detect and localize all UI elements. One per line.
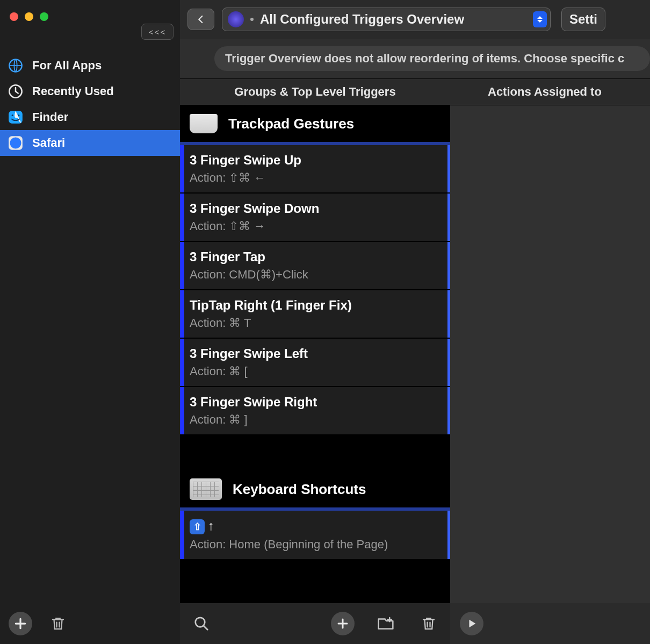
section-separator <box>180 142 450 145</box>
actions-column <box>450 105 650 644</box>
trigger-list-trackpad: 3 Finger Swipe Up Action: ⇧⌘ ← 3 Finger … <box>180 145 450 435</box>
trigger-name: TipTap Right (1 Finger Fix) <box>190 298 442 313</box>
settings-button[interactable]: Setti <box>561 8 605 31</box>
trigger-action: Action: ⇧⌘ → <box>190 219 442 233</box>
add-app-button[interactable] <box>9 612 32 635</box>
trigger-name-suffix: ↑ <box>208 518 214 533</box>
clock-icon <box>8 83 24 99</box>
sidebar-collapse-button[interactable]: <<< <box>141 24 174 40</box>
app-badge-icon <box>228 11 244 27</box>
trigger-action: Action: ⌘ [ <box>190 364 442 378</box>
add-trigger-button[interactable] <box>331 612 355 635</box>
triggers-footer <box>180 603 450 644</box>
trigger-row[interactable]: 3 Finger Swipe Up Action: ⇧⌘ ← <box>180 145 450 192</box>
section-header-keyboard[interactable]: Keyboard Shortcuts <box>180 471 450 507</box>
sidebar-item-label: For All Apps <box>32 59 180 73</box>
trigger-name: 3 Finger Swipe Left <box>190 346 442 361</box>
window-minimize-button[interactable] <box>25 12 33 21</box>
svg-point-3 <box>12 115 13 116</box>
trigger-action: Action: ⌘ ] <box>190 413 442 427</box>
row-accent <box>180 242 184 289</box>
column-header-actions: Actions Assigned to <box>450 79 650 105</box>
section-gap <box>180 435 450 471</box>
toolbar: All Configured Triggers Overview Setti <box>180 0 650 39</box>
sidebar-item-safari[interactable]: Safari <box>0 130 180 156</box>
row-accent <box>180 339 184 386</box>
search-button[interactable] <box>190 612 213 635</box>
dropdown-label: All Configured Triggers Overview <box>260 12 464 27</box>
row-accent <box>180 387 184 434</box>
trigger-row[interactable]: ⇧↑ Action: Home (Beginning of the Page) <box>180 511 450 559</box>
app-window: <<< For All Apps Recently Used Finder <box>0 0 650 644</box>
section-separator <box>180 507 450 511</box>
sidebar-item-label: Recently Used <box>32 84 180 98</box>
trigger-action: Action: ⌘ T <box>190 316 442 330</box>
sidebar-item-for-all-apps[interactable]: For All Apps <box>0 53 180 78</box>
globe-icon <box>8 58 24 74</box>
svg-point-6 <box>10 138 21 149</box>
trigger-name: 3 Finger Swipe Down <box>190 201 442 216</box>
shift-key-badge: ⇧ <box>190 519 205 534</box>
trigger-action: Action: ⇧⌘ ← <box>190 171 442 185</box>
trackpad-icon <box>190 114 218 133</box>
trigger-row[interactable]: 3 Finger Swipe Down Action: ⇧⌘ → <box>180 194 450 241</box>
row-accent <box>180 511 184 559</box>
trigger-view-dropdown[interactable]: All Configured Triggers Overview <box>222 8 551 31</box>
dropdown-stepper-icon[interactable] <box>533 11 547 27</box>
modified-dot-icon <box>250 18 254 21</box>
columns-header: Groups & Top Level Triggers Actions Assi… <box>180 78 650 105</box>
info-banner: Trigger Overview does not allow reorderi… <box>214 46 650 71</box>
sidebar-item-recently-used[interactable]: Recently Used <box>0 78 180 104</box>
safari-icon <box>8 135 24 151</box>
trigger-row[interactable]: 3 Finger Swipe Right Action: ⌘ ] <box>180 387 450 434</box>
window-zoom-button[interactable] <box>40 12 48 21</box>
sidebar: <<< For All Apps Recently Used Finder <box>0 0 180 644</box>
window-close-button[interactable] <box>10 12 18 21</box>
actions-footer <box>450 603 650 644</box>
triggers-column: Trackpad Gestures 3 Finger Swipe Up Acti… <box>180 105 450 644</box>
section-title: Keyboard Shortcuts <box>233 481 366 498</box>
trigger-row[interactable]: TipTap Right (1 Finger Fix) Action: ⌘ T <box>180 290 450 338</box>
delete-app-button[interactable] <box>46 612 70 635</box>
info-banner-text: Trigger Overview does not allow reorderi… <box>225 52 624 66</box>
sidebar-item-label: Finder <box>32 110 180 124</box>
section-header-trackpad[interactable]: Trackpad Gestures <box>180 105 450 142</box>
bottom-toolbar <box>180 603 650 644</box>
add-group-button[interactable] <box>374 612 398 635</box>
trigger-action: Action: Home (Beginning of the Page) <box>190 538 442 552</box>
trigger-name: 3 Finger Tap <box>190 249 442 264</box>
trigger-row[interactable]: 3 Finger Swipe Left Action: ⌘ [ <box>180 339 450 386</box>
svg-point-4 <box>18 115 19 116</box>
row-accent <box>180 290 184 338</box>
window-titlebar: <<< <box>0 0 180 33</box>
sidebar-item-finder[interactable]: Finder <box>0 104 180 130</box>
sidebar-item-label: Safari <box>32 136 180 150</box>
row-accent <box>180 145 184 192</box>
trigger-row[interactable]: 3 Finger Tap Action: CMD(⌘)+Click <box>180 242 450 289</box>
delete-trigger-button[interactable] <box>417 612 440 635</box>
section-title: Trackpad Gestures <box>228 116 354 132</box>
main-pane: All Configured Triggers Overview Setti T… <box>180 0 650 644</box>
trigger-name: ⇧↑ <box>190 518 442 534</box>
content-area: Trackpad Gestures 3 Finger Swipe Up Acti… <box>180 105 650 644</box>
back-button[interactable] <box>187 9 214 30</box>
trigger-name: 3 Finger Swipe Up <box>190 153 442 168</box>
row-accent <box>180 194 184 241</box>
trigger-list-keyboard: ⇧↑ Action: Home (Beginning of the Page) <box>180 511 450 560</box>
column-header-groups: Groups & Top Level Triggers <box>180 79 450 105</box>
run-action-button[interactable] <box>460 612 483 635</box>
trigger-name: 3 Finger Swipe Right <box>190 395 442 410</box>
finder-icon <box>8 109 24 125</box>
sidebar-footer <box>0 603 180 644</box>
keyboard-icon <box>190 478 222 500</box>
sidebar-list: For All Apps Recently Used Finder Safari <box>0 53 180 156</box>
trigger-action: Action: CMD(⌘)+Click <box>190 268 442 282</box>
